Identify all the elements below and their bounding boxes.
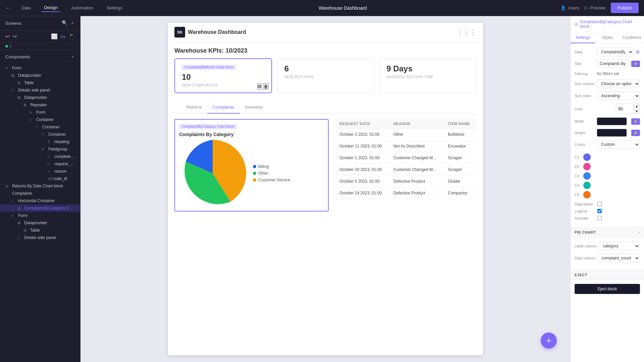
screen-item-root[interactable]: /: [0, 43, 80, 50]
animate-checkbox-row: Animate: [575, 216, 640, 220]
pie-chart-collapse-btn[interactable]: −: [638, 230, 640, 235]
preview-button[interactable]: ▷ Preview: [585, 5, 605, 10]
data-label: Data: [575, 50, 595, 54]
tree-item-request_date[interactable]: □request_date: [0, 160, 80, 168]
width-input-wrapper: [597, 117, 629, 125]
color-label-c4: C4: [575, 183, 581, 187]
label-column-select[interactable]: category: [598, 242, 640, 250]
publish-button[interactable]: Publish: [611, 3, 639, 13]
tree-item-heading1[interactable]: THeading: [0, 138, 80, 145]
tree-item-label: Details side panel: [18, 88, 75, 93]
tree-item-dataprovider2[interactable]: ⊞Dataprovider: [0, 94, 80, 101]
table-row[interactable]: October 2 2023, 01:00 Other Bulldozer: [335, 129, 476, 140]
menu-dots-icon[interactable]: ⋮⋮⋮: [456, 28, 476, 36]
kpi-card-returns[interactable]: 6 NEW RETURNS: [277, 58, 374, 93]
tree-item-form1[interactable]: ≡Form: [0, 64, 80, 72]
right-tab-styles[interactable]: Styles: [595, 33, 620, 43]
tree-item-details-side-panel[interactable]: □Details side panel: [0, 86, 80, 94]
eject-block-button[interactable]: Eject block: [575, 284, 640, 294]
tab-complaints[interactable]: Complaints: [207, 101, 240, 114]
tree-item-reason[interactable]: ✓reason: [0, 168, 80, 175]
data-gear-icon[interactable]: ⚙: [636, 49, 640, 55]
title-lightning-btn[interactable]: ⚡: [631, 61, 640, 67]
tree-item-horizontal-container[interactable]: □Horizontal Container: [0, 197, 80, 204]
undo-button[interactable]: ↩: [5, 33, 10, 40]
width-lightning-btn[interactable]: ⚡: [631, 118, 640, 125]
nav-automation[interactable]: Automation: [68, 4, 96, 12]
title-input[interactable]: [597, 60, 629, 68]
tree-item-fieldgroup1[interactable]: ≡Fieldgroup: [0, 145, 80, 153]
nav-design[interactable]: Design: [41, 4, 60, 12]
mobile-view-btn[interactable]: 📱: [68, 33, 75, 40]
right-tab-conditions[interactable]: Conditions: [620, 33, 644, 43]
tab-inventory[interactable]: Inventory: [240, 101, 268, 114]
legend-checkbox[interactable]: [597, 209, 602, 213]
table-row[interactable]: October 5 2023, 01:00 Defective Product …: [335, 176, 476, 187]
tree-item-details-side-panel2[interactable]: □Details side panel: [0, 234, 80, 241]
page-title: Warehouse Dashboard: [133, 5, 552, 11]
add-component-fab[interactable]: +: [541, 333, 557, 349]
delete-card-btn[interactable]: 🗑: [263, 83, 269, 90]
sort-column-select[interactable]: Choose an option: [597, 79, 640, 88]
limit-input[interactable]: [616, 105, 633, 113]
add-component-button[interactable]: ＋: [70, 54, 75, 60]
tree-item-label: complete_date: [54, 154, 75, 159]
data-labels-checkbox[interactable]: [597, 202, 602, 206]
data-column-select[interactable]: complaint_count: [597, 254, 640, 262]
tree-item-complaints-by-cat[interactable]: ◎ComplaintsByCategory Char...: [0, 204, 80, 212]
height-input[interactable]: [597, 129, 627, 137]
table-row[interactable]: October 24 2023, 01:00 Defective Product…: [335, 187, 476, 199]
add-screen-icon[interactable]: ＋: [70, 20, 75, 26]
tree-item-repeater1[interactable]: ⊞Repeater: [0, 101, 80, 109]
color-swatch-c5[interactable]: [583, 191, 591, 198]
tree-item-table2[interactable]: ⊟Table: [0, 227, 80, 234]
tree-item-icon: ≡: [11, 214, 16, 218]
limit-setting: Limit ▲ ▼: [575, 104, 640, 114]
animate-checkbox[interactable]: [597, 216, 602, 220]
table-row[interactable]: October 1 2023, 01:00 Customer Changed M…: [335, 152, 476, 164]
limit-up-btn[interactable]: ▲: [634, 104, 640, 109]
limit-down-btn[interactable]: ▼: [634, 109, 640, 114]
tree-item-form2[interactable]: ≡Form: [0, 109, 80, 116]
data-select[interactable]: ComplaintsBy...: [597, 48, 634, 56]
width-input[interactable]: [597, 117, 627, 125]
tree-item-container2[interactable]: □Container: [0, 123, 80, 131]
table-row[interactable]: October 20 2023, 01:00 Customer Changed …: [335, 164, 476, 176]
height-lightning-btn[interactable]: ⚡: [631, 130, 640, 136]
kpi-card-complaints[interactable]: ComplaintsByMonth Cards block 10 NEW COM…: [174, 58, 272, 93]
color-swatch-c2[interactable]: [583, 163, 591, 170]
color-swatch-c4[interactable]: [583, 182, 591, 189]
tree-item-returns-by-date[interactable]: ◎Returns By Date Chart block: [0, 182, 80, 190]
pie-chart-container[interactable]: ComplaintsByCategory Chart block Complai…: [174, 119, 329, 212]
users-button[interactable]: 👤 Users: [560, 5, 579, 10]
tree-item-container1[interactable]: □Container: [0, 116, 80, 123]
search-icon[interactable]: 🔍: [62, 20, 67, 26]
cell-reason: Defective Product: [389, 176, 444, 187]
redo-button[interactable]: ↪: [12, 33, 17, 40]
color-swatch-c3[interactable]: [583, 172, 591, 180]
color-swatch-c1[interactable]: [583, 154, 591, 161]
tree-item-table1[interactable]: ⊟Table: [0, 79, 80, 86]
right-tab-settings[interactable]: Settings: [571, 33, 595, 43]
nav-data[interactable]: Data: [19, 4, 33, 12]
tree-item-complaints[interactable]: Complaints: [0, 190, 80, 197]
duplicate-card-btn[interactable]: ⧉: [257, 83, 262, 90]
tree-item-sale_id[interactable]: 123sale_id: [0, 175, 80, 182]
kpi-card-return-time[interactable]: 9 Days AVERAGE RETURN TIME: [379, 58, 476, 93]
desktop-view-btn[interactable]: ⬜: [51, 33, 58, 40]
colors-select[interactable]: Custom: [597, 140, 640, 149]
tablet-view-btn[interactable]: ▭: [60, 33, 65, 40]
tree-item-icon: ≡: [42, 147, 46, 151]
tree-item-complete_date[interactable]: □complete_date: [0, 153, 80, 160]
nav-settings[interactable]: Settings: [104, 4, 125, 12]
tab-returns[interactable]: Returns: [181, 101, 207, 114]
table-row[interactable]: October 11 2023, 01:00 Not As Described …: [335, 140, 476, 152]
tree-item-form3[interactable]: ≡Form: [0, 212, 80, 219]
back-button[interactable]: ←: [5, 5, 11, 11]
tree-item-container3[interactable]: □Container: [0, 131, 80, 138]
toolbar-left: ↩ ↪: [5, 33, 17, 40]
sort-order-select[interactable]: Ascending: [597, 92, 640, 100]
tree-item-dataprovider1[interactable]: ⊞Dataprovider: [0, 72, 80, 79]
tree-item-dataprovider3[interactable]: ⊞Dataprovider: [0, 219, 80, 227]
title-label: Title: [575, 62, 595, 66]
